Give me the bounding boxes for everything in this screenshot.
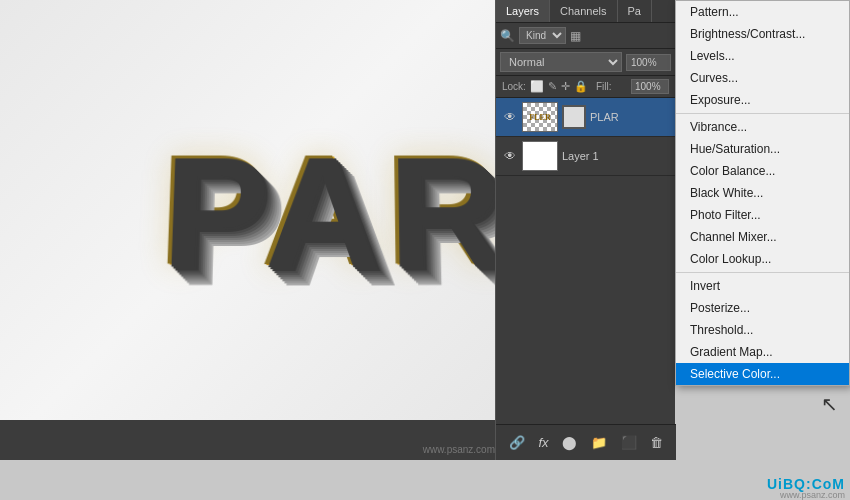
tab-channels[interactable]: Channels [550, 0, 617, 22]
opacity-field[interactable] [626, 54, 671, 71]
menu-item-color-balance---[interactable]: Color Balance... [676, 160, 849, 182]
adjustment-button[interactable]: ⬤ [558, 433, 581, 452]
adjustment-dropdown-menu: Pattern...Brightness/Contrast...Levels..… [675, 0, 850, 386]
panel-search-row: 🔍 Kind ▦ [496, 23, 675, 49]
panel-tabs: Layers Channels Pa [496, 0, 675, 23]
menu-item-exposure---[interactable]: Exposure... [676, 89, 849, 111]
lock-label: Lock: [502, 81, 526, 92]
layers-panel: Layers Channels Pa 🔍 Kind ▦ Normal Lock:… [495, 0, 675, 460]
fill-label: Fill: [596, 81, 612, 92]
menu-item-photo-filter---[interactable]: Photo Filter... [676, 204, 849, 226]
menu-item-hue-saturation---[interactable]: Hue/Saturation... [676, 138, 849, 160]
menu-item-curves---[interactable]: Curves... [676, 67, 849, 89]
canvas-3d-text: PAR [157, 121, 513, 303]
menu-item-channel-mixer---[interactable]: Channel Mixer... [676, 226, 849, 248]
lock-position-icon[interactable]: ✛ [561, 80, 570, 93]
lock-transparent-icon[interactable]: ⬜ [530, 80, 544, 93]
menu-item-invert[interactable]: Invert [676, 275, 849, 297]
lock-image-icon[interactable]: ✎ [548, 80, 557, 93]
menu-item-posterize---[interactable]: Posterize... [676, 297, 849, 319]
menu-item-color-lookup---[interactable]: Color Lookup... [676, 248, 849, 270]
lock-row: Lock: ⬜ ✎ ✛ 🔒 Fill: [496, 76, 675, 98]
link-button[interactable]: 🔗 [505, 433, 529, 452]
blend-mode-dropdown[interactable]: Normal [500, 52, 622, 72]
filter-icon: ▦ [570, 29, 581, 43]
menu-item-brightness-contrast---[interactable]: Brightness/Contrast... [676, 23, 849, 45]
fill-field[interactable] [631, 79, 669, 94]
layers-list: 👁 FLER PLAR 👁 Layer 1 [496, 98, 675, 176]
site-sub: www.psanz.com [780, 490, 845, 500]
mouse-cursor: ↖ [821, 392, 838, 416]
fx-button[interactable]: fx [534, 433, 552, 452]
menu-item-pattern---[interactable]: Pattern... [676, 1, 849, 23]
menu-separator [676, 113, 849, 114]
layer-item-text[interactable]: 👁 FLER PLAR [496, 98, 675, 137]
menu-item-levels---[interactable]: Levels... [676, 45, 849, 67]
panel-bottom-bar: 🔗 fx ⬤ 📁 ⬛ 🗑 [496, 424, 676, 460]
search-icon: 🔍 [500, 29, 515, 43]
folder-button[interactable]: 📁 [587, 433, 611, 452]
kind-dropdown[interactable]: Kind [519, 27, 566, 44]
tab-paths[interactable]: Pa [618, 0, 652, 22]
menu-item-selective-color---[interactable]: Selective Color... [676, 363, 849, 385]
menu-item-black--white---[interactable]: Black White... [676, 182, 849, 204]
blend-mode-row: Normal [496, 49, 675, 76]
menu-item-gradient-map---[interactable]: Gradient Map... [676, 341, 849, 363]
layer-mask-1 [562, 105, 586, 129]
menu-item-threshold---[interactable]: Threshold... [676, 319, 849, 341]
layer-name-1: PLAR [590, 111, 669, 123]
lock-all-icon[interactable]: 🔒 [574, 80, 588, 93]
layer-thumb-2 [522, 141, 558, 171]
layer-name-2: Layer 1 [562, 150, 669, 162]
menu-item-vibrance---[interactable]: Vibrance... [676, 116, 849, 138]
mask-button[interactable]: ⬛ [617, 433, 641, 452]
tab-layers[interactable]: Layers [496, 0, 550, 22]
visibility-icon-2[interactable]: 👁 [502, 149, 518, 163]
watermark-text: www.psanz.com [423, 444, 495, 455]
menu-separator [676, 272, 849, 273]
layer-thumb-1: FLER [522, 102, 558, 132]
layer-item-white[interactable]: 👁 Layer 1 [496, 137, 675, 176]
trash-button[interactable]: 🗑 [646, 433, 667, 452]
visibility-icon-1[interactable]: 👁 [502, 110, 518, 124]
